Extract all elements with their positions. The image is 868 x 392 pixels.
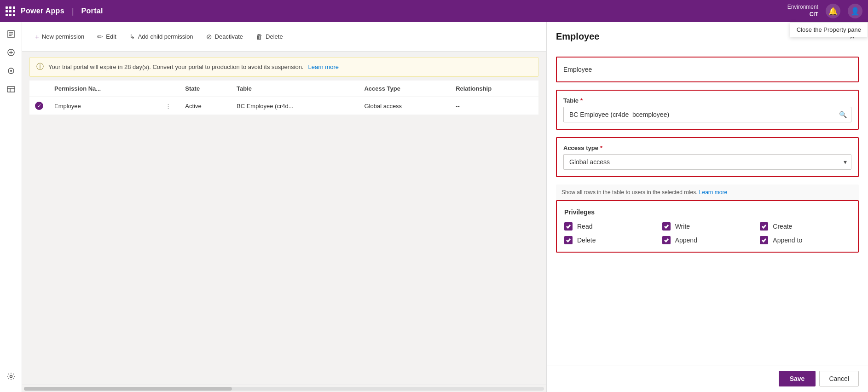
privilege-read-checkbox[interactable] [564, 222, 573, 231]
sidebar-icon-settings[interactable] [3, 368, 19, 385]
sidebar-icon-table[interactable] [3, 81, 19, 98]
deactivate-button[interactable]: ⊘ Deactivate [201, 29, 249, 45]
privilege-read: Read [564, 222, 655, 231]
user-avatar[interactable]: 👤 [848, 4, 862, 18]
scroll-track [24, 387, 544, 391]
app-subtitle: Portal [81, 7, 103, 15]
sidebar-icon-page[interactable] [3, 26, 19, 42]
privilege-write-label: Write [675, 223, 690, 230]
svg-rect-13 [7, 86, 15, 92]
access-type-select[interactable]: Global access Contact access Account acc… [563, 154, 851, 170]
delete-button[interactable]: 🗑 Delete [250, 29, 289, 44]
learn-more-link[interactable]: Learn more [308, 63, 338, 70]
col-more [157, 81, 179, 97]
row-state: Active [179, 97, 231, 115]
col-state: State [179, 81, 231, 97]
row-permission-name: Employee [49, 97, 157, 115]
privilege-read-label: Read [577, 223, 592, 230]
edit-button[interactable]: ✏ Edit [92, 29, 122, 45]
row-more-actions[interactable]: ⋮ [157, 97, 179, 115]
svg-point-16 [10, 375, 12, 378]
horizontal-scrollbar[interactable] [22, 385, 546, 392]
search-icon: 🔍 [839, 111, 847, 118]
svg-point-10 [11, 73, 12, 74]
row-checkbox: ✓ [35, 102, 43, 110]
col-relationship: Relationship [450, 81, 538, 97]
privilege-write: Write [662, 222, 753, 231]
table-input[interactable] [563, 107, 851, 122]
svg-point-9 [11, 68, 12, 69]
trial-message: Your trial portal will expire in 28 day(… [48, 63, 303, 70]
privilege-append-to: Append to [760, 236, 851, 244]
privilege-delete-checkbox[interactable] [564, 236, 573, 244]
add-child-permission-button[interactable]: ↳ Add child permission [124, 29, 199, 45]
row-table: BC Employee (cr4d... [231, 97, 359, 115]
environment-label: Environment [787, 4, 818, 11]
privileges-section: Privileges Read Write [556, 200, 859, 253]
privileges-grid: Read Write Create [564, 222, 851, 244]
app-title: Power Apps [21, 7, 64, 15]
sidebar-icon-plus[interactable] [3, 44, 19, 61]
panel-body: Table * 🔍 Access type * Global access [547, 49, 868, 365]
privilege-append-to-checkbox[interactable] [760, 236, 768, 244]
privileges-title: Privileges [564, 208, 851, 216]
col-access-type: Access Type [359, 81, 450, 97]
learn-more-link-access[interactable]: Learn more [699, 189, 727, 196]
access-type-required-star: * [600, 144, 602, 151]
deactivate-icon: ⊘ [206, 33, 212, 41]
col-table: Table [231, 81, 359, 97]
environment-name: CIT [810, 11, 818, 18]
svg-point-11 [8, 70, 9, 71]
access-type-label: Access type * [563, 144, 851, 151]
cancel-button[interactable]: Cancel [819, 371, 859, 386]
privilege-append-label: Append [675, 236, 697, 244]
table-area: Permission Na... State Table Access Type… [22, 81, 546, 385]
scroll-thumb [24, 387, 232, 391]
table-section: Table * 🔍 [556, 90, 859, 130]
svg-point-12 [13, 70, 14, 71]
more-icon[interactable]: ⋮ [162, 102, 174, 110]
notification-bell[interactable]: 🔔 [826, 4, 840, 18]
privilege-create-label: Create [773, 223, 792, 230]
permissions-table: Permission Na... State Table Access Type… [29, 81, 538, 115]
privilege-create: Create [760, 222, 851, 231]
top-nav: Power Apps | Portal Environment CIT 🔔 👤 … [0, 0, 868, 22]
row-relationship: -- [450, 97, 538, 115]
row-select: ✓ [29, 97, 49, 115]
save-button[interactable]: Save [779, 371, 816, 386]
info-icon: ⓘ [36, 62, 44, 72]
left-sidebar [0, 22, 22, 392]
table-input-wrapper: 🔍 [563, 107, 851, 122]
right-panel: Employee ✕ Table * 🔍 [546, 22, 868, 392]
panel-title: Employee [556, 31, 599, 42]
waffle-menu[interactable] [6, 6, 15, 16]
table-row[interactable]: ✓ Employee ⋮ Active BC Employee (cr4d...… [29, 97, 538, 115]
privilege-append-checkbox[interactable] [662, 236, 671, 244]
privilege-write-checkbox[interactable] [662, 222, 671, 231]
privilege-append: Append [662, 236, 753, 244]
row-access-type: Global access [359, 97, 450, 115]
new-permission-button[interactable]: + New permission [29, 29, 90, 44]
main-layout: + New permission ✏ Edit ↳ Add child perm… [0, 22, 868, 392]
nav-right: Environment CIT 🔔 👤 [787, 4, 862, 18]
panel-footer: Save Cancel [547, 365, 868, 392]
name-section [556, 57, 859, 82]
trial-banner: ⓘ Your trial portal will expire in 28 da… [29, 57, 538, 77]
plus-icon: + [35, 33, 39, 40]
privilege-delete: Delete [564, 236, 655, 244]
access-type-section: Access type * Global access Contact acce… [556, 137, 859, 177]
access-info-text: Show all rows in the table to users in t… [556, 184, 859, 200]
table-required-star: * [580, 97, 583, 104]
privilege-delete-label: Delete [577, 236, 596, 244]
access-type-select-wrapper: Global access Contact access Account acc… [563, 154, 851, 170]
child-icon: ↳ [129, 33, 135, 41]
sidebar-icon-design[interactable] [3, 63, 19, 79]
toolbar: + New permission ✏ Edit ↳ Add child perm… [22, 22, 546, 52]
nav-separator: | [72, 6, 74, 16]
col-check [29, 81, 49, 97]
permission-name-input[interactable] [563, 64, 851, 75]
table-label: Table * [563, 97, 851, 104]
col-permission-name: Permission Na... [49, 81, 157, 97]
environment-info: Environment CIT [787, 4, 818, 18]
privilege-create-checkbox[interactable] [760, 222, 768, 231]
